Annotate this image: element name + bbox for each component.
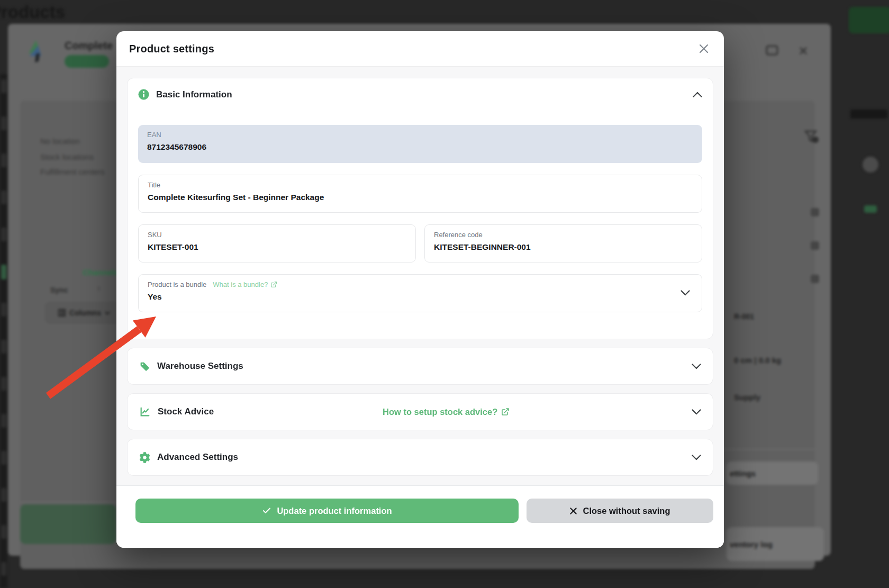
- section-basic-label: Basic Information: [156, 89, 232, 100]
- background-columns-button: Columns: [46, 302, 123, 323]
- background-row-fulfillment: Fulfillment centers: [40, 167, 105, 176]
- columns-icon: [58, 309, 66, 316]
- modal-title: Product settings: [129, 43, 214, 55]
- background-settings-button: ettings: [727, 462, 818, 485]
- background-add-product-button: [849, 7, 889, 33]
- divider: [20, 502, 131, 503]
- sidebar-item: [1, 562, 6, 576]
- row-action-icon: [811, 241, 819, 250]
- section-stock-advice-label: Stock Advice: [158, 406, 214, 417]
- sidebar-item: [1, 153, 6, 167]
- section-basic-information: Basic Information EAN 8712345678906 Titl…: [127, 78, 713, 339]
- sku-label: SKU: [148, 231, 406, 239]
- section-basic-header[interactable]: Basic Information: [138, 89, 702, 100]
- close-icon: [799, 46, 808, 56]
- product-settings-modal: Product settings Basic Information: [116, 31, 724, 548]
- background-sidebar: [0, 74, 7, 588]
- sidebar-item: [1, 340, 6, 354]
- title-value: Complete Kitesurfing Set - Beginner Pack…: [148, 193, 693, 202]
- sku-field[interactable]: SKU KITESET-001: [138, 224, 416, 263]
- filter-icon: [804, 130, 819, 144]
- section-stock-advice[interactable]: Stock Advice How to setup stock advice?: [127, 393, 713, 430]
- background-text-bar: [850, 110, 887, 119]
- section-advanced-settings[interactable]: Advanced Settings: [127, 439, 713, 476]
- update-product-label: Update product information: [277, 506, 392, 516]
- update-product-button[interactable]: Update product information: [135, 499, 519, 523]
- section-warehouse-settings[interactable]: Warehouse Settings: [127, 348, 713, 385]
- sidebar-item: [1, 488, 6, 502]
- bundle-dropdown[interactable]: Product is a bundle What is a bundle? Ye…: [138, 274, 702, 312]
- modal-footer: Update product information Close without…: [116, 486, 724, 548]
- chevron-down-icon: [681, 288, 690, 298]
- background-fragment-dimensions: 0 cm | 0.0 kg: [734, 356, 781, 365]
- what-is-a-bundle-link[interactable]: What is a bundle?: [213, 281, 277, 288]
- expand-icon: [766, 45, 778, 56]
- sidebar-item: [1, 116, 6, 130]
- background-inventory-log-button: ventory log: [727, 527, 824, 561]
- what-is-a-bundle-label: What is a bundle?: [213, 281, 268, 288]
- close-without-saving-button[interactable]: Close without saving: [527, 499, 713, 523]
- bundle-value: Yes: [148, 292, 693, 302]
- x-icon: [569, 507, 577, 515]
- background-fragment-reference: R-001: [734, 312, 754, 321]
- background-settings-label: ettings: [730, 469, 756, 478]
- reference-code-label: Reference code: [434, 231, 693, 239]
- sidebar-item-active: [1, 265, 6, 279]
- background-columns-label: Columns: [69, 309, 101, 317]
- sidebar-item: [1, 414, 6, 428]
- stock-advice-help-link[interactable]: How to setup stock advice?: [383, 394, 510, 430]
- background-product-title: Complete: [65, 40, 113, 52]
- chevron-down-icon: [692, 364, 701, 369]
- close-without-saving-label: Close without saving: [583, 506, 670, 516]
- background-row-no-location: No location: [40, 137, 80, 146]
- gear-icon: [139, 452, 150, 463]
- sidebar-item: [1, 303, 6, 316]
- chart-line-icon: [139, 406, 151, 418]
- reference-code-field[interactable]: Reference code KITESET-BEGINNER-001: [424, 224, 702, 263]
- background-product-badge: [65, 55, 109, 68]
- external-link-icon: [270, 281, 277, 288]
- section-advanced-label: Advanced Settings: [157, 452, 238, 463]
- background-row-stock-locations: Stock locations: [40, 152, 94, 161]
- sidebar-item: [1, 228, 6, 241]
- bundle-label: Product is a bundle: [148, 281, 206, 288]
- close-icon: [698, 43, 710, 55]
- ean-value: 8712345678906: [147, 142, 693, 152]
- background-table-header-sync: Sync: [50, 286, 68, 294]
- chevron-down-icon: [692, 455, 701, 460]
- chevron-down-icon: [692, 409, 701, 415]
- sidebar-item: [1, 377, 6, 391]
- stock-advice-help-label: How to setup stock advice?: [383, 407, 497, 417]
- background-page-title: Products: [0, 2, 65, 22]
- info-icon: [138, 89, 149, 100]
- background-primary-button: [20, 504, 116, 544]
- title-label: Title: [148, 181, 693, 189]
- divider: [724, 449, 815, 450]
- sidebar-item: [1, 525, 6, 539]
- background-avatar: [863, 157, 878, 173]
- chevron-up-icon: [693, 92, 702, 97]
- chevron-down-icon: [105, 311, 110, 315]
- external-link-icon: [501, 408, 510, 416]
- sidebar-item: [1, 451, 6, 465]
- row-action-icon: [811, 208, 819, 216]
- background-inventory-log-label: ventory log: [730, 540, 773, 549]
- row-action-icon: [811, 275, 819, 283]
- title-field[interactable]: Title Complete Kitesurfing Set - Beginne…: [138, 175, 702, 213]
- section-warehouse-label: Warehouse Settings: [157, 361, 243, 372]
- tag-icon: [139, 361, 150, 372]
- check-icon: [262, 506, 271, 515]
- sidebar-item: [1, 191, 6, 204]
- sku-value: KITESET-001: [148, 242, 406, 252]
- background-badge: [864, 205, 877, 213]
- sidebar-item: [1, 79, 6, 93]
- ean-label: EAN: [147, 131, 693, 139]
- background-tab-channels: Channels: [83, 268, 119, 277]
- modal-body: Basic Information EAN 8712345678906 Titl…: [116, 67, 724, 486]
- sort-arrow-icon: ↑: [97, 284, 101, 293]
- modal-close-button[interactable]: [696, 41, 711, 56]
- modal-header: Product settings: [116, 31, 724, 67]
- background-fragment-supply: Supply: [734, 393, 760, 402]
- reference-code-value: KITESET-BEGINNER-001: [434, 242, 693, 252]
- product-logo: [25, 38, 44, 65]
